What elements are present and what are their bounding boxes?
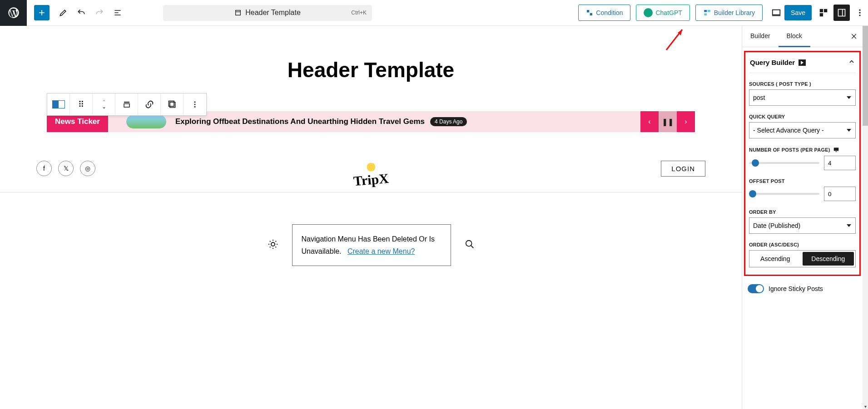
svg-point-18 [194, 101, 196, 103]
save-button[interactable]: Save [784, 5, 812, 20]
query-builder-panel: Query Builder SOURCES ( POST TYPE ) post… [744, 51, 861, 276]
news-headline: Exploring Offbeat Destinations And Unear… [175, 117, 425, 126]
shortcut-hint: Ctrl+K [351, 10, 367, 16]
undo-icon[interactable] [72, 4, 90, 22]
close-sidebar-icon[interactable] [848, 30, 860, 42]
theme-toggle-icon[interactable] [268, 239, 278, 251]
svg-point-11 [859, 10, 860, 11]
login-button[interactable]: LOGIN [661, 161, 705, 177]
svg-rect-9 [820, 13, 823, 16]
chatgpt-icon [644, 8, 653, 17]
svg-rect-25 [833, 148, 838, 151]
svg-rect-5 [704, 14, 707, 16]
block-toolbar: ⌃⌄ [47, 93, 207, 116]
svg-point-20 [194, 106, 196, 108]
facebook-icon[interactable]: f [36, 161, 52, 176]
panel-title: Query Builder [750, 59, 795, 66]
condition-label: Condition [596, 9, 623, 16]
num-posts-slider[interactable] [749, 162, 819, 164]
sources-select[interactable]: post [749, 89, 856, 106]
search-icon[interactable] [465, 239, 475, 251]
condition-button[interactable]: Condition [578, 5, 630, 21]
create-menu-link[interactable]: Create a new Menu? [347, 247, 415, 255]
svg-rect-8 [824, 9, 827, 12]
orderby-select[interactable]: Date (Published) [749, 217, 856, 234]
svg-point-21 [271, 242, 275, 246]
block-more-icon[interactable] [184, 94, 206, 115]
ticker-pause-icon[interactable]: ❚❚ [659, 111, 677, 132]
quick-query-value: - Select Advance Query - [749, 122, 856, 138]
panel-toggle-icon[interactable] [815, 5, 832, 21]
instagram-icon[interactable]: ◎ [80, 161, 95, 176]
move-arrows[interactable]: ⌃⌄ [93, 94, 115, 115]
settings-panel-icon[interactable] [833, 5, 850, 21]
sources-label: SOURCES ( POST TYPE ) [749, 81, 856, 87]
annotation-arrow [660, 27, 687, 54]
tab-builder[interactable]: Builder [742, 26, 779, 47]
chatgpt-label: ChatGPT [655, 9, 682, 16]
redo-icon[interactable] [90, 4, 109, 22]
order-toggle: Ascending Descending [749, 250, 856, 267]
divider [0, 192, 742, 192]
tab-block[interactable]: Block [779, 26, 810, 47]
svg-rect-10 [838, 10, 845, 16]
svg-rect-0 [236, 10, 241, 15]
svg-rect-15 [124, 104, 129, 108]
add-block-button[interactable] [34, 5, 50, 20]
play-icon [799, 59, 806, 66]
wordpress-logo[interactable] [0, 0, 27, 26]
offset-label: OFFSET POST [749, 178, 856, 184]
social-icons: f 𝕏 ◎ [36, 161, 95, 176]
svg-point-22 [466, 241, 471, 246]
ticker-next-icon[interactable]: › [677, 111, 695, 132]
logo-sun-icon [366, 162, 376, 172]
editor-canvas: Header Template ⌃⌄ News Ticker Exploring… [0, 26, 742, 409]
svg-point-12 [859, 12, 860, 13]
library-label: Builder Library [714, 9, 755, 16]
ignore-sticky-toggle[interactable] [748, 284, 764, 293]
svg-rect-7 [820, 9, 823, 12]
order-label: ORDER (ASC/DESC) [749, 242, 856, 247]
settings-sidebar: Builder Block Query Builder SOURCES ( PO… [742, 26, 863, 409]
svg-rect-6 [773, 10, 780, 15]
offset-slider[interactable] [749, 193, 819, 195]
ascending-button[interactable]: Ascending [749, 251, 801, 267]
quick-query-label: QUICK QUERY [749, 114, 856, 119]
template-selector[interactable]: Header Template Ctrl+K [163, 5, 372, 21]
descending-button[interactable]: Descending [803, 252, 854, 266]
x-twitter-icon[interactable]: 𝕏 [58, 161, 74, 176]
num-posts-input[interactable] [824, 156, 856, 170]
panel-header[interactable]: Query Builder [749, 56, 856, 73]
nav-warning-box: Navigation Menu Has Been Deleted Or Is U… [292, 224, 451, 266]
ticker-prev-icon[interactable]: ‹ [640, 111, 659, 132]
template-name: Header Template [245, 9, 301, 17]
device-preview-icon[interactable] [768, 5, 784, 21]
vertical-scrollbar[interactable]: ▴ ▾ [863, 26, 868, 409]
site-logo[interactable]: TripX [348, 162, 394, 187]
block-type-icon[interactable] [47, 94, 70, 115]
svg-rect-26 [835, 152, 837, 152]
logo-text: TripX [352, 171, 389, 189]
builder-library-button[interactable]: Builder Library [695, 5, 763, 21]
sources-value: post [749, 89, 856, 106]
drag-handle-icon[interactable] [70, 94, 93, 115]
page-title: Header Template [0, 58, 742, 82]
more-options-icon[interactable] [852, 5, 868, 21]
news-age-badge: 4 Days Ago [430, 117, 467, 126]
news-thumbnail [126, 115, 166, 128]
edit-tool-icon[interactable] [54, 4, 72, 22]
gallery-icon[interactable] [161, 94, 184, 115]
chatgpt-button[interactable]: ChatGPT [636, 5, 689, 21]
link-icon[interactable] [138, 94, 161, 115]
ignore-sticky-row: Ignore Sticky Posts [748, 284, 861, 293]
svg-rect-14 [124, 102, 129, 103]
quick-query-select[interactable]: - Select Advance Query - [749, 122, 856, 138]
scroll-thumb[interactable] [863, 26, 868, 126]
orderby-value: Date (Published) [749, 217, 856, 234]
align-icon[interactable] [115, 94, 138, 115]
list-view-icon[interactable] [109, 4, 127, 22]
ignore-sticky-label: Ignore Sticky Posts [769, 285, 823, 292]
svg-point-13 [859, 15, 860, 16]
svg-rect-2 [590, 13, 592, 15]
offset-input[interactable] [824, 187, 856, 201]
